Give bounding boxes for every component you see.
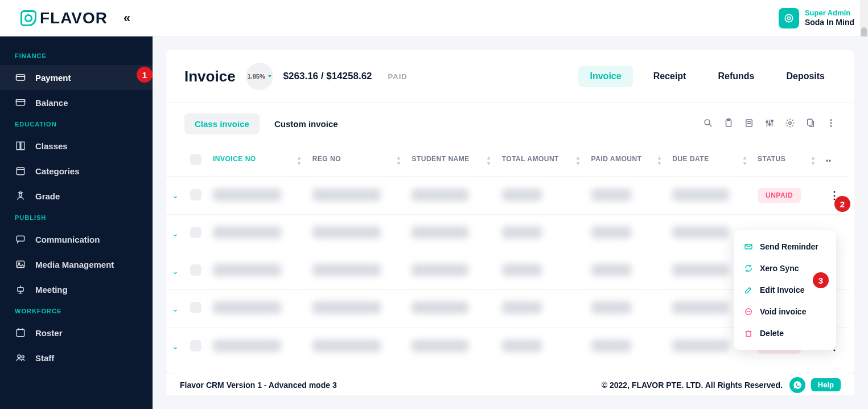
calendar2-icon: [15, 327, 26, 338]
select-all-checkbox[interactable]: [190, 154, 201, 165]
cell-paid-amount: [591, 340, 631, 352]
mail-icon: [744, 242, 753, 251]
calendar-icon: [15, 165, 26, 177]
cell-due-date: [672, 301, 729, 314]
expand-row-icon[interactable]: ⌄: [172, 342, 179, 351]
gear-icon[interactable]: [785, 118, 795, 130]
svg-point-38: [830, 125, 832, 126]
sidebar-item-staff[interactable]: Staff: [0, 345, 153, 370]
svg-point-21: [705, 120, 710, 125]
sidebar-section-label: WORKFORCE: [0, 302, 153, 320]
row-checkbox[interactable]: [190, 264, 201, 276]
tab-invoice[interactable]: Invoice: [578, 66, 632, 87]
toolbar-icons: [703, 118, 836, 130]
sliders-icon[interactable]: [764, 118, 775, 130]
cell-invoice-no: [213, 189, 281, 201]
sidebar-item-meeting[interactable]: Meeting: [0, 277, 153, 302]
col-status[interactable]: STATUS▴▾: [752, 145, 820, 177]
clipboard-icon[interactable]: [723, 118, 734, 130]
cell-paid-amount: [591, 301, 631, 314]
col-student-name[interactable]: STUDENT NAME▴▾: [406, 145, 496, 177]
summary-paid-label: PAID: [388, 72, 408, 81]
svg-rect-12: [18, 288, 23, 292]
sidebar-section-label: FINANCE: [0, 47, 153, 65]
action-void-invoice[interactable]: Void invoice: [734, 301, 836, 322]
sidebar-item-roster[interactable]: Roster: [0, 320, 153, 345]
cell-due-date: [672, 340, 729, 352]
help-button[interactable]: Help: [811, 378, 841, 391]
svg-rect-9: [17, 236, 24, 241]
book-icon: [15, 140, 26, 152]
sidebar-collapse-button[interactable]: «: [124, 11, 130, 26]
table-row: ⌄UNPAID⋮: [166, 177, 849, 215]
svg-rect-5: [17, 100, 25, 101]
export-icon[interactable]: [805, 118, 816, 130]
tab-receipt[interactable]: Receipt: [642, 66, 698, 87]
sidebar-item-label: Balance: [35, 98, 68, 108]
search-icon[interactable]: [703, 118, 713, 130]
expand-row-icon[interactable]: ⌄: [172, 267, 179, 276]
sidebar-item-label: Roster: [35, 328, 63, 338]
user-menu[interactable]: Super Admin Soda In Mind: [779, 8, 854, 28]
row-checkbox[interactable]: [190, 227, 201, 238]
action-send-reminder[interactable]: Send Reminder: [734, 236, 836, 257]
sync-icon: [744, 264, 753, 273]
tab-deposits[interactable]: Deposits: [775, 66, 836, 87]
whatsapp-icon[interactable]: [789, 377, 805, 393]
cell-total-amount: [502, 189, 542, 201]
footer: Flavor CRM Version 1 - Advanced mode 3 ©…: [166, 374, 854, 395]
sidebar-item-classes[interactable]: Classes: [0, 133, 153, 158]
cell-total-amount: [502, 301, 542, 314]
cell-reg-no: [312, 264, 381, 276]
svg-point-0: [785, 14, 792, 22]
svg-rect-2: [17, 75, 25, 80]
brand-text: FLAVOR: [40, 9, 108, 27]
edit-icon: [744, 285, 753, 295]
cell-due-date: [672, 226, 729, 239]
sidebar-item-categories[interactable]: Categories: [0, 158, 153, 183]
more-icon[interactable]: [826, 118, 836, 130]
sidebar-item-payment[interactable]: Payment: [0, 65, 153, 90]
sidebar-item-balance[interactable]: Balance: [0, 90, 153, 115]
subtab-custom-invoice[interactable]: Custom invoice: [264, 113, 348, 134]
col-paid-amount[interactable]: PAID AMOUNT▴▾: [586, 145, 667, 177]
action-delete[interactable]: Delete: [734, 322, 836, 344]
sidebar-item-grade[interactable]: Grade: [0, 183, 153, 208]
sidebar-section-label: EDUCATION: [0, 115, 153, 133]
card-icon: [15, 72, 26, 83]
sidebar-item-communication[interactable]: Communication: [0, 227, 153, 252]
row-action-menu: Send ReminderXero SyncEdit InvoiceVoid i…: [734, 230, 836, 350]
row-checkbox[interactable]: [190, 302, 201, 313]
sidebar-item-media-management[interactable]: Media Management: [0, 252, 153, 277]
cell-reg-no: [312, 226, 381, 239]
cell-student-name: [412, 189, 468, 201]
trash-icon: [744, 329, 753, 338]
col-invoice-no[interactable]: INVOICE NO▴▾: [207, 145, 307, 177]
cell-student-name: [412, 264, 468, 276]
subtab-class-invoice[interactable]: Class invoice: [184, 113, 260, 134]
col-due-date[interactable]: DUE DATE▴▾: [667, 145, 752, 177]
expand-row-icon[interactable]: ⌄: [172, 229, 179, 238]
svg-rect-42: [746, 332, 751, 337]
page-title: Invoice: [184, 68, 236, 85]
col-total-amount[interactable]: TOTAL AMOUNT▴▾: [496, 145, 586, 177]
callout-3: 3: [813, 272, 829, 288]
svg-rect-35: [808, 119, 812, 125]
cell-reg-no: [312, 189, 381, 201]
tab-refunds[interactable]: Refunds: [706, 66, 766, 87]
wallet-icon: [15, 97, 26, 108]
col-reg-no[interactable]: REG NO▴▾: [307, 145, 406, 177]
row-checkbox[interactable]: [190, 340, 201, 351]
expand-row-icon[interactable]: ⌄: [172, 304, 179, 313]
sidebar-section-label: PUBLISH: [0, 208, 153, 227]
action-label: Xero Sync: [760, 264, 799, 273]
cell-paid-amount: [591, 264, 631, 276]
expand-row-icon[interactable]: ⌄: [172, 191, 179, 200]
list-icon[interactable]: [744, 118, 754, 130]
svg-point-19: [18, 355, 20, 358]
brand-mark-icon: [20, 10, 36, 26]
row-checkbox[interactable]: [190, 189, 201, 201]
topbar: FLAVOR « Super Admin Soda In Mind: [0, 0, 868, 36]
cell-student-name: [412, 301, 468, 314]
svg-rect-16: [17, 329, 24, 337]
